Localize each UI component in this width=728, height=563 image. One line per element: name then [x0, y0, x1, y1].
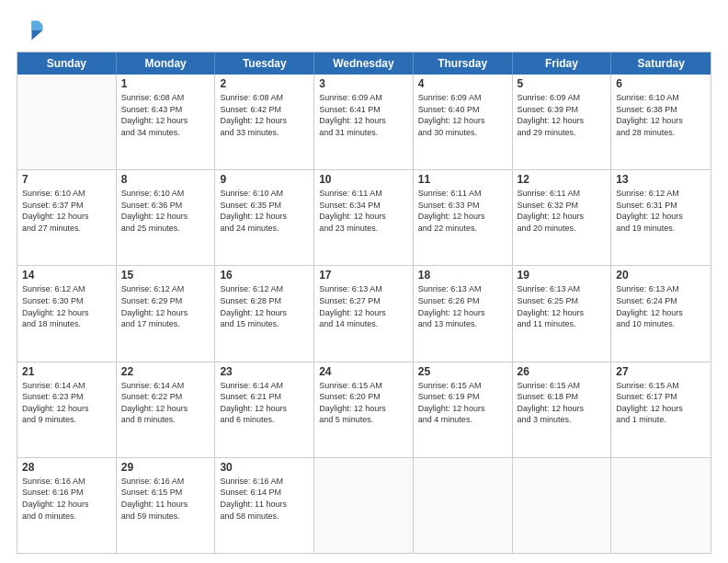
- calendar: SundayMondayTuesdayWednesdayThursdayFrid…: [17, 52, 711, 554]
- calendar-cell: 6Sunrise: 6:10 AM Sunset: 6:38 PM Daylig…: [611, 75, 711, 169]
- day-number: 8: [121, 173, 210, 186]
- day-number: 11: [418, 173, 507, 186]
- calendar-cell: 21Sunrise: 6:14 AM Sunset: 6:23 PM Dayli…: [17, 362, 117, 457]
- day-number: 28: [22, 461, 111, 474]
- svg-marker-1: [32, 21, 43, 31]
- header-day-tuesday: Tuesday: [215, 52, 314, 75]
- calendar-cell: 18Sunrise: 6:13 AM Sunset: 6:26 PM Dayli…: [414, 266, 513, 361]
- calendar-cell: 9Sunrise: 6:10 AM Sunset: 6:35 PM Daylig…: [215, 170, 314, 265]
- day-info: Sunrise: 6:14 AM Sunset: 6:22 PM Dayligh…: [121, 380, 210, 426]
- day-info: Sunrise: 6:09 AM Sunset: 6:39 PM Dayligh…: [518, 92, 607, 138]
- day-number: 23: [220, 365, 309, 378]
- calendar-cell: 26Sunrise: 6:15 AM Sunset: 6:18 PM Dayli…: [513, 362, 612, 457]
- calendar-cell: 3Sunrise: 6:09 AM Sunset: 6:41 PM Daylig…: [314, 75, 414, 169]
- calendar-cell: 11Sunrise: 6:11 AM Sunset: 6:33 PM Dayli…: [414, 170, 513, 265]
- day-info: Sunrise: 6:09 AM Sunset: 6:40 PM Dayligh…: [418, 92, 507, 138]
- calendar-cell: 16Sunrise: 6:12 AM Sunset: 6:28 PM Dayli…: [215, 266, 314, 361]
- day-number: 6: [616, 77, 706, 90]
- day-number: 22: [121, 365, 210, 378]
- day-number: 3: [319, 77, 408, 90]
- day-info: Sunrise: 6:10 AM Sunset: 6:35 PM Dayligh…: [220, 188, 309, 234]
- calendar-row-2: 14Sunrise: 6:12 AM Sunset: 6:30 PM Dayli…: [17, 266, 711, 362]
- day-number: 25: [418, 365, 507, 378]
- day-number: 5: [518, 77, 607, 90]
- day-number: 26: [518, 365, 607, 378]
- logo: [17, 17, 48, 44]
- calendar-cell: 7Sunrise: 6:10 AM Sunset: 6:37 PM Daylig…: [17, 170, 117, 265]
- day-info: Sunrise: 6:16 AM Sunset: 6:16 PM Dayligh…: [22, 476, 111, 522]
- day-number: 12: [518, 173, 607, 186]
- day-number: 16: [220, 269, 309, 282]
- day-info: Sunrise: 6:13 AM Sunset: 6:25 PM Dayligh…: [518, 283, 607, 329]
- day-number: 9: [220, 173, 309, 186]
- calendar-cell: 14Sunrise: 6:12 AM Sunset: 6:30 PM Dayli…: [17, 266, 117, 361]
- calendar-cell: 10Sunrise: 6:11 AM Sunset: 6:34 PM Dayli…: [314, 170, 414, 265]
- calendar-cell: 30Sunrise: 6:16 AM Sunset: 6:14 PM Dayli…: [215, 458, 314, 553]
- header-day-wednesday: Wednesday: [314, 52, 414, 75]
- day-info: Sunrise: 6:12 AM Sunset: 6:29 PM Dayligh…: [121, 283, 210, 329]
- day-info: Sunrise: 6:15 AM Sunset: 6:17 PM Dayligh…: [616, 380, 706, 426]
- day-info: Sunrise: 6:13 AM Sunset: 6:26 PM Dayligh…: [418, 283, 507, 329]
- day-number: 13: [616, 173, 706, 186]
- day-number: 29: [121, 461, 210, 474]
- day-info: Sunrise: 6:10 AM Sunset: 6:36 PM Dayligh…: [121, 188, 210, 234]
- day-number: 17: [319, 269, 408, 282]
- day-info: Sunrise: 6:14 AM Sunset: 6:21 PM Dayligh…: [220, 380, 309, 426]
- calendar-cell: 17Sunrise: 6:13 AM Sunset: 6:27 PM Dayli…: [314, 266, 414, 361]
- calendar-cell: 29Sunrise: 6:16 AM Sunset: 6:15 PM Dayli…: [117, 458, 216, 553]
- day-number: 2: [220, 77, 309, 90]
- day-info: Sunrise: 6:12 AM Sunset: 6:28 PM Dayligh…: [220, 283, 309, 329]
- calendar-cell: 13Sunrise: 6:12 AM Sunset: 6:31 PM Dayli…: [611, 170, 711, 265]
- calendar-cell: 15Sunrise: 6:12 AM Sunset: 6:29 PM Dayli…: [117, 266, 216, 361]
- calendar-row-1: 7Sunrise: 6:10 AM Sunset: 6:37 PM Daylig…: [17, 170, 711, 266]
- calendar-cell: [611, 458, 711, 553]
- day-info: Sunrise: 6:15 AM Sunset: 6:18 PM Dayligh…: [518, 380, 607, 426]
- calendar-body: 1Sunrise: 6:08 AM Sunset: 6:43 PM Daylig…: [17, 75, 711, 553]
- calendar-cell: 2Sunrise: 6:08 AM Sunset: 6:42 PM Daylig…: [215, 75, 314, 169]
- day-info: Sunrise: 6:08 AM Sunset: 6:42 PM Dayligh…: [220, 92, 309, 138]
- day-number: 21: [22, 365, 111, 378]
- day-info: Sunrise: 6:12 AM Sunset: 6:31 PM Dayligh…: [616, 188, 706, 234]
- logo-icon: [17, 17, 44, 44]
- day-number: 20: [616, 269, 706, 282]
- calendar-row-4: 28Sunrise: 6:16 AM Sunset: 6:16 PM Dayli…: [17, 458, 711, 553]
- header-day-saturday: Saturday: [611, 52, 711, 75]
- day-info: Sunrise: 6:11 AM Sunset: 6:34 PM Dayligh…: [319, 188, 408, 234]
- calendar-cell: 12Sunrise: 6:11 AM Sunset: 6:32 PM Dayli…: [513, 170, 612, 265]
- day-number: 4: [418, 77, 507, 90]
- day-number: 19: [518, 269, 607, 282]
- calendar-cell: [17, 75, 117, 169]
- day-info: Sunrise: 6:11 AM Sunset: 6:32 PM Dayligh…: [518, 188, 607, 234]
- calendar-row-0: 1Sunrise: 6:08 AM Sunset: 6:43 PM Daylig…: [17, 75, 711, 170]
- header: [17, 17, 711, 44]
- day-info: Sunrise: 6:10 AM Sunset: 6:38 PM Dayligh…: [616, 92, 706, 138]
- day-number: 15: [121, 269, 210, 282]
- day-number: 18: [418, 269, 507, 282]
- day-info: Sunrise: 6:15 AM Sunset: 6:19 PM Dayligh…: [418, 380, 507, 426]
- calendar-cell: 27Sunrise: 6:15 AM Sunset: 6:17 PM Dayli…: [611, 362, 711, 457]
- calendar-cell: 22Sunrise: 6:14 AM Sunset: 6:22 PM Dayli…: [117, 362, 216, 457]
- day-number: 30: [220, 461, 309, 474]
- calendar-cell: 25Sunrise: 6:15 AM Sunset: 6:19 PM Dayli…: [414, 362, 513, 457]
- page: SundayMondayTuesdayWednesdayThursdayFrid…: [0, 0, 728, 563]
- calendar-cell: 20Sunrise: 6:13 AM Sunset: 6:24 PM Dayli…: [611, 266, 711, 361]
- calendar-cell: 24Sunrise: 6:15 AM Sunset: 6:20 PM Dayli…: [314, 362, 414, 457]
- day-info: Sunrise: 6:13 AM Sunset: 6:27 PM Dayligh…: [319, 283, 408, 329]
- calendar-cell: 28Sunrise: 6:16 AM Sunset: 6:16 PM Dayli…: [17, 458, 117, 553]
- day-info: Sunrise: 6:13 AM Sunset: 6:24 PM Dayligh…: [616, 283, 706, 329]
- calendar-cell: [513, 458, 612, 553]
- day-info: Sunrise: 6:16 AM Sunset: 6:15 PM Dayligh…: [121, 476, 210, 522]
- calendar-header: SundayMondayTuesdayWednesdayThursdayFrid…: [17, 52, 711, 75]
- day-number: 7: [22, 173, 111, 186]
- day-number: 10: [319, 173, 408, 186]
- calendar-cell: 23Sunrise: 6:14 AM Sunset: 6:21 PM Dayli…: [215, 362, 314, 457]
- calendar-cell: 8Sunrise: 6:10 AM Sunset: 6:36 PM Daylig…: [117, 170, 216, 265]
- day-info: Sunrise: 6:14 AM Sunset: 6:23 PM Dayligh…: [22, 380, 111, 426]
- calendar-row-3: 21Sunrise: 6:14 AM Sunset: 6:23 PM Dayli…: [17, 362, 711, 458]
- header-day-sunday: Sunday: [17, 52, 117, 75]
- header-day-thursday: Thursday: [414, 52, 513, 75]
- calendar-cell: 4Sunrise: 6:09 AM Sunset: 6:40 PM Daylig…: [414, 75, 513, 169]
- calendar-cell: 19Sunrise: 6:13 AM Sunset: 6:25 PM Dayli…: [513, 266, 612, 361]
- calendar-cell: 1Sunrise: 6:08 AM Sunset: 6:43 PM Daylig…: [117, 75, 216, 169]
- calendar-cell: [314, 458, 414, 553]
